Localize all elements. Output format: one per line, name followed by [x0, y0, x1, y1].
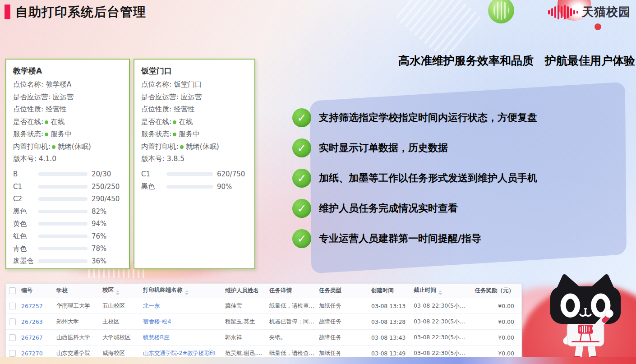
card-title: 饭堂门口: [141, 66, 248, 76]
select-all-checkbox-cell: [6, 287, 21, 294]
type-cell: 加纸任务: [319, 350, 371, 357]
detail-cell: 夹纸。: [269, 334, 319, 341]
meter-track: [38, 172, 88, 176]
school-cell: 郑州大学: [56, 318, 102, 326]
checkmark-icon: ✓: [292, 138, 311, 157]
detail-cell: 机器已暂停：同学...: [269, 318, 319, 326]
table-row: 267257 华南理工大学 五山校区 北一东 冀佳宝 纸量低，请检查C1... …: [6, 298, 521, 314]
reward-cell: ¥0.00: [473, 318, 521, 325]
title-accent-bar: [5, 5, 10, 19]
deadline-cell: 03-08 22:30(5小时后): [414, 318, 473, 326]
row-checkbox[interactable]: [9, 318, 16, 325]
feature-item: ✓专业运营人员建群第一时间提醒/指导: [292, 229, 636, 248]
created-cell: 03-08 13:28: [371, 318, 414, 325]
terminal-link[interactable]: 毓慧楼B座: [143, 334, 225, 341]
field-point-name: 点位名称: 饭堂门口: [141, 78, 248, 91]
terminal-link[interactable]: 北一东: [143, 302, 225, 310]
created-cell: 03-08 13:49: [371, 350, 414, 357]
tmall-barcode-icon: [547, 4, 580, 20]
terminal-link[interactable]: 宿舍楼-松4: [143, 318, 225, 326]
field-should-operate: 是否应运营: 应运营: [141, 91, 248, 104]
feature-item: ✓加纸、加墨等工作以任务形式发送到维护人员手机: [292, 169, 636, 188]
status-dot-green: [173, 120, 176, 124]
checkbox-cell: [6, 318, 21, 325]
reward-cell: ¥0.00: [473, 303, 521, 309]
checkmark-icon: ✓: [292, 108, 311, 127]
meter-track: [38, 197, 88, 201]
status-card-canteen-entrance: 饭堂门口 点位名称: 饭堂门口 是否应运营: 应运营 点位性质: 经营性 是否在…: [134, 59, 255, 269]
deadline-cell: 03-08 22:30(5小时后): [414, 302, 473, 310]
task-id-link[interactable]: 267267: [21, 334, 56, 341]
status-dot-green: [52, 145, 55, 149]
row-checkbox[interactable]: [9, 303, 16, 309]
feature-list: ✓支持筛选指定学校指定时间内运行状态，方便复盘 ✓实时显示订单数据，历史数据 ✓…: [292, 108, 636, 259]
field-printer-status: 内置打印机:就绪(休眠): [13, 141, 122, 153]
col-detail: 任务详情: [269, 287, 319, 295]
meter-row: 黑色90%: [141, 180, 248, 193]
checkmark-icon: ✓: [292, 169, 311, 188]
meter-track: [166, 172, 213, 176]
task-table: 编号 学校 校区 打印机终端名称 维护人员姓名 任务详情 任务类型 创建时间 截…: [5, 283, 522, 360]
row-checkbox[interactable]: [9, 334, 16, 341]
checkbox-cell: [6, 334, 21, 341]
meter-row: 红色76%: [13, 230, 122, 243]
type-cell: 故障任务: [319, 334, 371, 341]
supply-meters: B20/30 C1250/250 C2290/450 黑色82% 黄色94% 红…: [13, 168, 122, 267]
staff-cell: 郭永祥: [225, 334, 269, 341]
bottom-gradient-strip: [0, 357, 636, 364]
sort-icon[interactable]: [438, 290, 442, 295]
school-cell: 山东交通学院: [56, 350, 102, 357]
brand-name: 天猫校园: [582, 4, 631, 20]
col-staff: 维护人员姓名: [225, 287, 269, 295]
meter-row: 废墨仓36%: [13, 255, 122, 267]
field-version: 版本号: 4.1.0: [13, 153, 122, 166]
page-title: 自助打印系统后台管理: [15, 4, 146, 21]
task-id-link[interactable]: 267263: [21, 318, 56, 325]
col-deadline: 截止时间: [414, 286, 473, 295]
school-cell: 华南理工大学: [56, 302, 102, 310]
slide: 自助打印系统后台管理 天猫校园 教学楼A 点位名称: 教学楼A 是否应运营: 应…: [0, 0, 636, 364]
feature-item: ✓实时显示订单数据，历史数据: [292, 138, 636, 157]
field-online-status: 是否在线:在线: [13, 116, 122, 129]
staff-cell: 冀佳宝: [225, 302, 269, 310]
meter-row: C1250/250: [13, 180, 122, 193]
field-version: 版本号: 3.8.5: [141, 153, 248, 166]
sort-icon[interactable]: [116, 290, 120, 295]
status-dot-green: [173, 133, 176, 136]
terminal-link[interactable]: 山东交通学院-2#教学楼彩印: [143, 350, 225, 357]
deadline-cell: 03-08 22:30(5小时后): [414, 334, 473, 341]
reward-cell: ¥0.00: [473, 334, 521, 341]
task-id-link[interactable]: 267257: [21, 303, 56, 309]
status-dot-green: [180, 145, 184, 149]
meter-track: [38, 185, 88, 189]
checkmark-icon: ✓: [292, 199, 311, 218]
status-dot-green: [45, 133, 48, 136]
tmall-campus-logo: 天猫校园: [547, 4, 631, 20]
col-reward: 任务奖励（元）: [473, 287, 521, 295]
small-red-ball-decor: [595, 23, 601, 30]
campus-cell: 五山校区: [102, 302, 143, 310]
col-terminal: 打印机终端名称: [143, 286, 225, 295]
reward-cell: ¥0.00: [473, 350, 521, 357]
detail-cell: 纸量低，请检查C1...: [269, 302, 319, 310]
select-all-checkbox[interactable]: [9, 287, 16, 294]
card-title: 教学楼A: [13, 66, 122, 76]
campus-cell: 大学城校区: [102, 334, 143, 341]
campus-cell: 主校区: [102, 318, 143, 326]
checkmark-icon: ✓: [292, 229, 311, 248]
section-headline: 高水准维护服务效率和品质 护航最佳用户体验: [398, 53, 635, 68]
row-checkbox[interactable]: [9, 350, 16, 357]
meter-track: [166, 185, 213, 189]
task-id-link[interactable]: 267270: [21, 350, 56, 357]
feature-item: ✓维护人员任务完成情况实时查看: [292, 199, 636, 218]
field-point-name: 点位名称: 教学楼A: [13, 78, 122, 91]
status-card-teaching-building-a: 教学楼A 点位名称: 教学楼A 是否应运营: 应运营 点位性质: 经营性 是否在…: [5, 59, 130, 269]
staff-cell: 程留玉,莫生: [225, 318, 269, 326]
sort-icon[interactable]: [185, 290, 189, 295]
type-cell: 加纸任务: [319, 302, 371, 310]
meter-track: [38, 235, 88, 238]
feature-item: ✓支持筛选指定学校指定时间内运行状态，方便复盘: [292, 108, 636, 127]
col-created: 创建时间: [371, 287, 414, 295]
field-online-status: 是否在线:在线: [141, 116, 248, 129]
meter-row: C1620/750: [141, 168, 248, 181]
